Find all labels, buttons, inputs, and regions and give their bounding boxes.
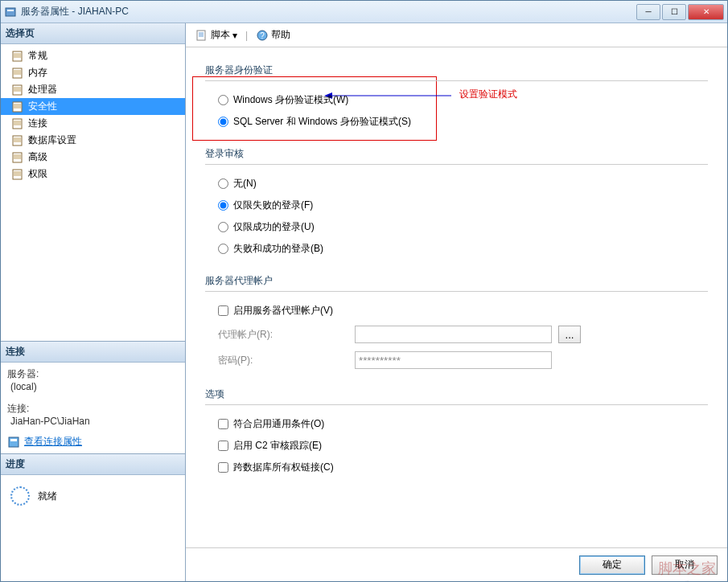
svg-rect-8 <box>13 153 22 162</box>
audit-success-radio[interactable]: 仅限成功的登录(U) <box>205 216 708 238</box>
audit-both-radio[interactable]: 失败和成功的登录(B) <box>205 238 708 260</box>
sidebar-item-permissions[interactable]: 权限 <box>1 166 185 182</box>
server-label: 服务器: <box>7 367 179 381</box>
option-common-checkbox[interactable]: 符合启用通用条件(O) <box>205 413 708 435</box>
dropdown-arrow-icon: ▾ <box>232 30 237 41</box>
option-cross-checkbox[interactable]: 跨数据库所有权链接(C) <box>205 457 708 478</box>
audit-fieldset: 登录审核 无(N) 仅限失败的登录(F) 仅限成功的登录(U) 失败和成功的登录… <box>205 147 708 260</box>
sidebar-item-general[interactable]: 常规 <box>1 47 185 64</box>
svg-rect-2 <box>13 51 22 61</box>
progress-section: 进度 就绪 <box>1 454 185 581</box>
svg-rect-5 <box>13 102 22 112</box>
auth-windows-radio[interactable]: Windows 身份验证模式(W) <box>205 89 708 111</box>
page-icon <box>12 101 25 113</box>
dialog-window: 服务器属性 - JIAHAN-PC ─ ☐ ✕ 选择页 常规 内存 处理器 安全… <box>0 0 728 582</box>
option-c2-checkbox[interactable]: 启用 C2 审核跟踪(E) <box>205 435 708 457</box>
toolbar-separator: | <box>245 30 248 41</box>
conn-label: 连接: <box>7 402 179 416</box>
page-tree: 常规 内存 处理器 安全性 连接 数据库设置 高级 权限 <box>1 44 185 342</box>
sidebar-item-dbsettings[interactable]: 数据库设置 <box>1 132 185 149</box>
svg-text:?: ? <box>260 31 265 40</box>
page-icon <box>12 118 25 129</box>
page-icon <box>12 135 25 146</box>
sidebar-item-memory[interactable]: 内存 <box>1 64 185 81</box>
server-value: (local) <box>10 381 179 392</box>
toolbar: 脚本 ▾ | ? 帮助 <box>186 23 727 47</box>
watermark-url: www.jb51.net <box>668 580 711 581</box>
proxy-password-input[interactable] <box>355 351 552 369</box>
help-button[interactable]: ? 帮助 <box>253 27 294 43</box>
proxy-password-label: 密码(P): <box>218 354 355 367</box>
svg-rect-6 <box>13 119 22 129</box>
options-fieldset: 选项 符合启用通用条件(O) 启用 C2 审核跟踪(E) 跨数据库所有权链接(C… <box>205 387 708 478</box>
main-panel: 脚本 ▾ | ? 帮助 设置验证模式 服务器身份验证 Windows 身份验证模… <box>186 23 727 581</box>
audit-title: 登录审核 <box>205 147 708 164</box>
sidebar: 选择页 常规 内存 处理器 安全性 连接 数据库设置 高级 权限 连接 服务器:… <box>1 23 186 581</box>
connection-header: 连接 <box>1 342 185 363</box>
app-icon <box>4 6 17 18</box>
progress-header: 进度 <box>1 454 185 475</box>
window-title: 服务器属性 - JIAHAN-PC <box>21 5 635 18</box>
auth-mixed-radio[interactable]: SQL Server 和 Windows 身份验证模式(S) <box>205 111 708 133</box>
page-icon <box>12 152 25 163</box>
cancel-button[interactable]: 取消 <box>652 555 718 575</box>
svg-rect-0 <box>6 8 15 16</box>
help-icon: ? <box>256 29 269 42</box>
svg-rect-10 <box>9 437 19 447</box>
script-button[interactable]: 脚本 ▾ <box>192 27 241 43</box>
proxy-account-label: 代理帐户(R): <box>218 328 355 342</box>
svg-rect-3 <box>13 68 22 78</box>
sidebar-header: 选择页 <box>1 23 185 44</box>
page-icon <box>12 84 25 96</box>
close-button[interactable]: ✕ <box>688 4 724 20</box>
auth-fieldset: 服务器身份验证 Windows 身份验证模式(W) SQL Server 和 W… <box>205 64 708 133</box>
dialog-footer: 确定 取消 脚本之家 www.jb51.net <box>186 547 727 581</box>
svg-rect-7 <box>13 136 22 146</box>
svg-rect-4 <box>13 85 22 95</box>
proxy-title: 服务器代理帐户 <box>205 274 708 291</box>
titlebar[interactable]: 服务器属性 - JIAHAN-PC ─ ☐ ✕ <box>1 1 727 23</box>
audit-failed-radio[interactable]: 仅限失败的登录(F) <box>205 195 708 216</box>
svg-rect-12 <box>197 31 205 40</box>
maximize-button[interactable]: ☐ <box>662 4 686 20</box>
spinner-icon <box>10 486 30 506</box>
page-icon <box>12 169 25 180</box>
svg-rect-9 <box>13 170 22 179</box>
audit-none-radio[interactable]: 无(N) <box>205 173 708 195</box>
ok-button[interactable]: 确定 <box>579 555 645 575</box>
view-connection-text: 查看连接属性 <box>24 435 82 449</box>
proxy-enable-checkbox[interactable]: 启用服务器代理帐户(V) <box>205 300 708 322</box>
sidebar-item-security[interactable]: 安全性 <box>1 98 185 115</box>
auth-title: 服务器身份验证 <box>205 64 708 80</box>
sidebar-item-processor[interactable]: 处理器 <box>1 81 185 98</box>
properties-icon <box>7 436 20 449</box>
content-area: 选择页 常规 内存 处理器 安全性 连接 数据库设置 高级 权限 连接 服务器:… <box>1 23 727 581</box>
progress-status: 就绪 <box>38 490 57 503</box>
proxy-account-input[interactable] <box>355 326 552 343</box>
connection-section: 连接 服务器: (local) 连接: JiaHan-PC\JiaHan 查看连… <box>1 342 185 454</box>
options-title: 选项 <box>205 387 708 404</box>
svg-rect-11 <box>10 439 17 441</box>
proxy-fieldset: 服务器代理帐户 启用服务器代理帐户(V) 代理帐户(R): ... 密码(P): <box>205 274 708 373</box>
view-connection-link[interactable]: 查看连接属性 <box>7 435 179 449</box>
svg-rect-1 <box>7 10 14 11</box>
minimize-button[interactable]: ─ <box>636 4 660 20</box>
page-icon <box>12 68 25 79</box>
page-icon <box>12 51 25 62</box>
conn-value: JiaHan-PC\JiaHan <box>10 416 179 427</box>
sidebar-item-advanced[interactable]: 高级 <box>1 149 185 166</box>
script-icon <box>195 29 208 42</box>
proxy-browse-button[interactable]: ... <box>558 326 581 343</box>
main-content: 设置验证模式 服务器身份验证 Windows 身份验证模式(W) SQL Ser… <box>186 47 727 547</box>
sidebar-item-connections[interactable]: 连接 <box>1 115 185 132</box>
